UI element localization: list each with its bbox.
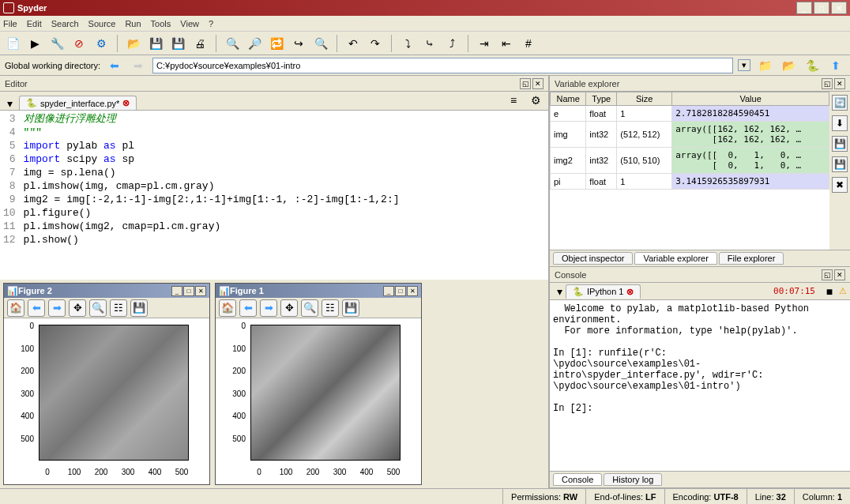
maximize-button[interactable]: □ bbox=[395, 286, 406, 296]
code-editor[interactable]: 3456789101112 对图像进行浮雕处理"""import pylab a… bbox=[0, 111, 548, 280]
wd-input[interactable] bbox=[152, 58, 733, 73]
delete-icon[interactable]: ✖ bbox=[832, 177, 848, 193]
interrupt-icon[interactable]: ■ bbox=[820, 282, 839, 301]
variable-row[interactable]: efloat12.7182818284590451 bbox=[551, 106, 829, 122]
figure-window[interactable]: 📊Figure 2_□✕ 🏠 ⬅ ➡ ✥ 🔍 ☷ 💾 0100200300400… bbox=[3, 283, 210, 485]
tab-file[interactable]: 🐍 spyder_interface.py* ⊗ bbox=[19, 96, 137, 110]
debug-icon[interactable]: 🔧 bbox=[47, 34, 66, 53]
forward-icon[interactable]: ➡ bbox=[260, 299, 277, 317]
menu-edit[interactable]: Edit bbox=[27, 19, 42, 28]
refresh-icon[interactable]: 🔄 bbox=[832, 95, 848, 111]
tab-variable-explorer[interactable]: Variable explorer bbox=[634, 252, 716, 265]
stepin-icon[interactable]: ⤷ bbox=[420, 34, 439, 53]
menu-search[interactable]: Search bbox=[51, 19, 79, 28]
plot-canvas[interactable]: 0100200300400500 0100200300400500 bbox=[216, 318, 421, 484]
wd-dropdown-icon[interactable]: ▾ bbox=[738, 59, 750, 71]
console-tab[interactable]: 🐍 IPython 1 ⊗ bbox=[566, 284, 641, 299]
stop-icon[interactable]: ⊘ bbox=[70, 34, 88, 53]
stepout-icon[interactable]: ⤴ bbox=[442, 34, 461, 53]
browse-icon[interactable]: 📁 bbox=[755, 56, 774, 75]
col-header[interactable]: Name bbox=[551, 92, 586, 106]
back-icon[interactable]: ⬅ bbox=[105, 56, 124, 75]
back-icon[interactable]: ⬅ bbox=[28, 299, 45, 317]
back-icon[interactable]: ⬅ bbox=[239, 299, 257, 317]
dedent-icon[interactable]: ⇤ bbox=[497, 34, 516, 53]
pan-icon[interactable]: ✥ bbox=[280, 299, 298, 317]
forward-icon[interactable]: ➡ bbox=[129, 56, 148, 75]
saveall-icon[interactable]: 💾 bbox=[832, 156, 848, 172]
python-icon[interactable]: 🐍 bbox=[803, 56, 822, 75]
subplot-icon[interactable]: ☷ bbox=[322, 299, 339, 317]
redo-icon[interactable]: ↷ bbox=[366, 34, 385, 53]
print-icon[interactable]: 🖨 bbox=[190, 34, 209, 53]
close-pane-icon[interactable]: ✕ bbox=[834, 269, 845, 280]
stepover-icon[interactable]: ⤵ bbox=[398, 34, 417, 53]
tab-history-log[interactable]: History log bbox=[604, 473, 662, 486]
zoom-icon[interactable]: 🔍 bbox=[301, 299, 318, 317]
outline-icon[interactable]: ≡ bbox=[504, 91, 523, 110]
import-icon[interactable]: ⬇ bbox=[832, 115, 848, 131]
figure-window[interactable]: 📊Figure 1_□✕ 🏠 ⬅ ➡ ✥ 🔍 ☷ 💾 0100200300400… bbox=[215, 283, 422, 485]
tab-close-icon[interactable]: ⊗ bbox=[626, 287, 634, 297]
variable-row[interactable]: img2int32(510, 510)array([[ 0, 1, 0, … [… bbox=[551, 148, 829, 174]
minimize-button[interactable]: _ bbox=[383, 286, 394, 296]
find-icon[interactable]: 🔍 bbox=[223, 34, 242, 53]
up-icon[interactable]: ⬆ bbox=[826, 56, 845, 75]
tab-list-icon[interactable]: ▾ bbox=[3, 97, 16, 110]
variable-row[interactable]: imgint32(512, 512)array([[162, 162, 162,… bbox=[551, 122, 829, 148]
col-header[interactable]: Value bbox=[672, 92, 829, 106]
menu-tools[interactable]: Tools bbox=[151, 19, 171, 28]
tab-object-inspector[interactable]: Object inspector bbox=[553, 252, 633, 265]
new-file-icon[interactable]: 📄 bbox=[3, 34, 22, 53]
saveall-icon[interactable]: 💾 bbox=[168, 34, 187, 53]
maximize-button[interactable]: □ bbox=[183, 286, 194, 296]
variable-table[interactable]: NameTypeSizeValueefloat12.71828182845904… bbox=[550, 92, 829, 250]
variable-row[interactable]: pifloat13.1415926535897931 bbox=[551, 174, 829, 190]
undock-icon[interactable]: ◱ bbox=[822, 78, 833, 89]
menu-file[interactable]: File bbox=[3, 19, 17, 28]
home-icon[interactable]: 🏠 bbox=[7, 299, 24, 317]
col-header[interactable]: Type bbox=[586, 92, 617, 106]
menu-view[interactable]: View bbox=[180, 19, 199, 28]
replace-icon[interactable]: 🔁 bbox=[267, 34, 286, 53]
console-output[interactable]: Welcome to pylab, a matplotlib-based Pyt… bbox=[550, 300, 850, 471]
options-icon[interactable]: ⚙ bbox=[526, 91, 545, 110]
close-pane-icon[interactable]: ✕ bbox=[834, 78, 845, 89]
findnext-icon[interactable]: 🔎 bbox=[245, 34, 264, 53]
open-icon[interactable]: 📂 bbox=[124, 34, 143, 53]
subplot-icon[interactable]: ☷ bbox=[110, 299, 127, 317]
save-icon[interactable]: 💾 bbox=[832, 136, 848, 152]
undock-icon[interactable]: ◱ bbox=[520, 78, 531, 89]
goto-icon[interactable]: ↪ bbox=[289, 34, 308, 53]
maximize-button[interactable]: □ bbox=[814, 2, 829, 14]
tab-file-explorer[interactable]: File explorer bbox=[719, 252, 784, 265]
save-icon[interactable]: 💾 bbox=[342, 299, 359, 317]
comment-icon[interactable]: # bbox=[519, 34, 538, 53]
home-icon[interactable]: 🏠 bbox=[219, 299, 236, 317]
close-button[interactable]: ✕ bbox=[195, 286, 206, 296]
tab-close-icon[interactable]: ⊗ bbox=[122, 98, 130, 108]
plot-canvas[interactable]: 0100200300400500 0100200300400500 bbox=[4, 318, 209, 484]
findfiles-icon[interactable]: 🔍 bbox=[311, 34, 330, 53]
close-button[interactable]: ✕ bbox=[407, 286, 418, 296]
minimize-button[interactable]: _ bbox=[796, 2, 812, 14]
indent-icon[interactable]: ⇥ bbox=[475, 34, 494, 53]
close-button[interactable]: ✕ bbox=[831, 2, 847, 14]
menu-source[interactable]: Source bbox=[88, 19, 116, 28]
tab-console[interactable]: Console bbox=[553, 473, 602, 486]
tab-list-icon[interactable]: ▾ bbox=[553, 285, 566, 298]
undock-icon[interactable]: ◱ bbox=[822, 269, 833, 280]
run-icon[interactable]: ▶ bbox=[25, 34, 44, 53]
close-pane-icon[interactable]: ✕ bbox=[532, 78, 543, 89]
zoom-icon[interactable]: 🔍 bbox=[89, 299, 107, 317]
col-header[interactable]: Size bbox=[617, 92, 672, 106]
config-icon[interactable]: ⚙ bbox=[92, 34, 111, 53]
menu-?[interactable]: ? bbox=[209, 19, 213, 28]
save-icon[interactable]: 💾 bbox=[130, 299, 148, 317]
undo-icon[interactable]: ↶ bbox=[344, 34, 363, 53]
minimize-button[interactable]: _ bbox=[171, 286, 182, 296]
forward-icon[interactable]: ➡ bbox=[48, 299, 66, 317]
pan-icon[interactable]: ✥ bbox=[69, 299, 86, 317]
menu-run[interactable]: Run bbox=[125, 19, 141, 28]
parent-icon[interactable]: 📂 bbox=[779, 56, 798, 75]
